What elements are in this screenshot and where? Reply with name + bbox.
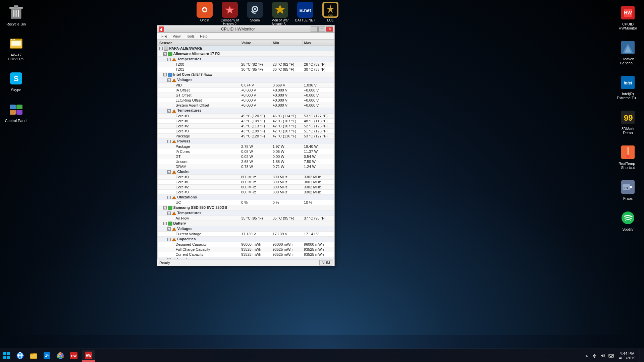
- sensor-value: 0.73 W: [240, 164, 271, 169]
- svg-text:99: 99: [624, 113, 633, 122]
- tray-network-icon[interactable]: [591, 352, 598, 359]
- sensor-max: 93525 mWh: [303, 252, 334, 257]
- heaven-icon: [620, 40, 636, 56]
- tray-keyboard-icon[interactable]: [608, 352, 614, 359]
- desktop-icons-right: HW CPUIDHWMonitor HeavenBencha... inte: [615, 3, 641, 233]
- desktop-icon-spotify[interactable]: Spotify: [615, 208, 641, 233]
- table-row: VID: [158, 83, 240, 88]
- sensor-table: Sensor Value Min Max - PAPA-ALIENWARE-Al…: [158, 40, 334, 259]
- lol-label: LOL: [327, 18, 334, 22]
- table-row: Package: [158, 144, 240, 149]
- men-of-war-label: Men of WarAssault S...: [271, 18, 288, 26]
- sensor-value: [240, 205, 271, 210]
- maximize-button[interactable]: □: [318, 26, 325, 32]
- table-row: -Samsung SSD 850 EVO 250GB: [158, 205, 240, 210]
- svg-point-45: [626, 155, 630, 158]
- realtemp-label: RealTemp -Shortcut: [619, 162, 637, 170]
- num-indicator: NUM: [319, 260, 332, 265]
- sensor-min: 47 °C (116 °F): [271, 133, 303, 138]
- sensor-value: 49 °C (120 °F): [240, 113, 271, 118]
- tray-expand-button[interactable]: ▲: [584, 354, 589, 357]
- svg-rect-1: [13, 10, 14, 17]
- tray-date: 4/11/2015: [619, 356, 635, 360]
- sensor-min: 0.06 W: [271, 149, 303, 154]
- taskbar-hwmonitor-shortcut[interactable]: HW: [67, 349, 80, 362]
- window-titlebar[interactable]: CPUID HWMonitor ─ □ ✕: [157, 25, 334, 33]
- sensor-table-scroll[interactable]: Sensor Value Min Max - PAPA-ALIENWARE-Al…: [157, 40, 334, 259]
- sensor-min: 1.97 W: [271, 144, 303, 149]
- show-desktop-button[interactable]: [640, 349, 642, 362]
- svg-rect-2: [16, 10, 17, 17]
- tray-volume-icon[interactable]: [599, 352, 606, 359]
- desktop-icon-control-panel[interactable]: Control Panel: [3, 100, 29, 124]
- men-of-war-icon: [272, 2, 288, 18]
- sensor-value: 45 °C (113 °F): [240, 123, 271, 128]
- desktop-icon-lol[interactable]: LOL LOL: [319, 2, 342, 26]
- start-button[interactable]: [0, 349, 13, 362]
- table-row: System Agent Offset: [158, 103, 240, 108]
- sensor-value: 93525 mWh: [240, 247, 271, 252]
- sensor-max: +0.000 V: [303, 103, 334, 108]
- desktop-icon-fraps[interactable]: FPS Fraps: [615, 178, 641, 202]
- skype-label: Skype: [11, 88, 21, 92]
- desktop-icon-cpuid[interactable]: HW CPUIDHWMonitor: [615, 3, 641, 32]
- desktop-icon-realtemp[interactable]: RealTemp -Shortcut: [615, 143, 641, 171]
- sensor-value: 0.08 W: [240, 149, 271, 154]
- menu-help[interactable]: Help: [197, 33, 210, 40]
- table-row: - Powers: [158, 138, 240, 144]
- desktop-icon-intel[interactable]: intel Intel(R)Extreme Tu...: [615, 73, 641, 101]
- taskbar-hwmonitor-open[interactable]: HW: [82, 350, 95, 362]
- sensor-max: 3302 MHz: [303, 189, 334, 194]
- 3dmark-icon: 99: [620, 109, 636, 125]
- sensor-max: 7.50 W: [303, 159, 334, 164]
- sensor-max: 28 °C (82 °F): [303, 62, 334, 67]
- desktop-icon-battlenet[interactable]: B.net BATTLE.NET: [293, 2, 317, 26]
- desktop-icon-men-of-war[interactable]: Men of WarAssault S...: [268, 2, 292, 26]
- sensor-value: 93525 mWh: [240, 252, 271, 257]
- menu-file[interactable]: File: [159, 33, 170, 40]
- svg-rect-75: [30, 354, 37, 359]
- sensor-min: [271, 57, 303, 62]
- close-button[interactable]: ✕: [326, 26, 333, 32]
- taskbar-chrome[interactable]: [54, 349, 67, 362]
- table-row: LLC/Ring Offset: [158, 98, 240, 103]
- sensor-min: 30 °C (85 °F): [271, 67, 303, 72]
- desktop-icon-steam[interactable]: Steam: [243, 2, 267, 26]
- sensor-value: 2.78 W: [240, 144, 271, 149]
- minimize-button[interactable]: ─: [311, 26, 318, 32]
- sensor-min: 800 MHz: [271, 179, 303, 184]
- sensor-min: 0.71 W: [271, 164, 303, 169]
- sensor-value: 2.68 W: [240, 159, 271, 164]
- sensor-min: [271, 221, 303, 226]
- table-row: -Alienware Alienware 17 R2: [158, 51, 240, 57]
- sensor-value: [240, 108, 271, 113]
- desktop-icon-recycle-bin[interactable]: Recycle Bin: [3, 3, 29, 27]
- menu-view[interactable]: View: [170, 33, 183, 40]
- desktop-icons-left: Recycle Bin AW-17DRIVERS S: [3, 3, 29, 124]
- taskbar-pinned: 🛍 HW: [13, 349, 80, 362]
- sensor-value: [240, 226, 271, 232]
- desktop-icon-3dmark[interactable]: 99 3DMarkDemo: [615, 108, 641, 136]
- taskbar-store[interactable]: 🛍: [40, 349, 54, 362]
- recycle-bin-label: Recycle Bin: [6, 22, 26, 26]
- sensor-min: [271, 46, 303, 51]
- table-row: Core #0: [158, 113, 240, 118]
- table-row: - Utilizations: [158, 194, 240, 200]
- desktop-icon-company-heroes[interactable]: Company ofHeroes 2: [218, 2, 241, 26]
- svg-text:FPS: FPS: [623, 186, 629, 189]
- sensor-value: 43 °C (109 °F): [240, 128, 271, 133]
- hwmonitor-window: CPUID HWMonitor ─ □ ✕ File View Tools He…: [157, 25, 335, 266]
- taskbar-ie[interactable]: [13, 349, 27, 362]
- menu-tools[interactable]: Tools: [183, 33, 197, 40]
- table-row: - PAPA-ALIENWARE: [158, 46, 240, 51]
- table-row: Uncore: [158, 159, 240, 164]
- desktop-icon-skype[interactable]: S Skype: [3, 69, 29, 93]
- tray-clock[interactable]: 4:44 PM 4/11/2015: [616, 351, 638, 360]
- taskbar-file-explorer[interactable]: [27, 349, 40, 362]
- desktop-icon-origin[interactable]: Origin: [193, 2, 216, 26]
- fraps-icon: FPS: [620, 179, 636, 195]
- sensor-max: 30 °C (85 °F): [303, 67, 334, 72]
- desktop-icon-aw17-drivers[interactable]: AW-17DRIVERS: [3, 34, 29, 62]
- sensor-min: 800 MHz: [271, 174, 303, 179]
- desktop-icon-heaven[interactable]: HeavenBencha...: [615, 38, 641, 66]
